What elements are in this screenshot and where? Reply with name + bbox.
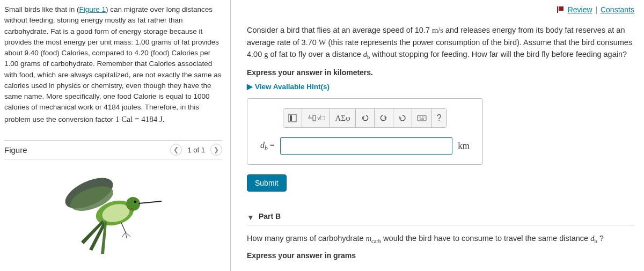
intro-paragraph: Small birds like that in (Figure 1) can … [4, 4, 222, 125]
top-links: Review | Constants [247, 5, 634, 14]
redo-icon [379, 114, 388, 122]
fraction-icon: xᵃ [307, 113, 317, 123]
svg-rect-14 [290, 115, 292, 121]
figure-title: Figure [4, 145, 27, 155]
svg-rect-19 [418, 115, 426, 121]
fraction-button[interactable]: xᵃ √□ [302, 109, 330, 127]
part-a-prompt: Consider a bird that flies at an average… [247, 24, 634, 62]
caret-down-icon: ▼ [247, 213, 254, 222]
caret-right-icon: ▶ [247, 82, 253, 91]
svg-line-6 [139, 201, 162, 203]
figure-prev-button[interactable]: ❮ [170, 144, 182, 156]
view-hints-toggle[interactable]: ▶ View Available Hint(s) [247, 82, 330, 91]
svg-line-7 [121, 223, 126, 232]
svg-point-22 [422, 116, 423, 118]
svg-point-21 [420, 116, 421, 118]
svg-rect-11 [557, 6, 558, 13]
answer-unit: km [458, 141, 470, 151]
flag-icon[interactable] [557, 6, 565, 14]
part-b-header[interactable]: ▼ Part B [247, 210, 634, 225]
figure-image [4, 169, 222, 257]
conversion-factor: 1 Cal = 4184 J. [115, 115, 164, 123]
review-link[interactable]: Review [568, 5, 592, 14]
svg-point-23 [423, 116, 425, 118]
redo-button[interactable] [375, 109, 393, 127]
undo-icon [361, 114, 369, 122]
svg-rect-12 [559, 6, 564, 11]
help-button[interactable]: ? [432, 109, 447, 127]
hummingbird-icon [52, 174, 175, 255]
template-icon [288, 114, 297, 122]
keyboard-button[interactable] [412, 109, 432, 127]
greek-button[interactable]: ΑΣφ [330, 109, 355, 127]
constants-link[interactable]: Constants [601, 5, 634, 14]
svg-rect-18 [313, 115, 316, 121]
answer-lhs: db = [260, 141, 275, 151]
templates-button[interactable] [283, 109, 302, 127]
figure-link[interactable]: Figure 1 [79, 5, 106, 13]
part-b-instruction: Express your answer in grams [247, 251, 634, 260]
context-panel: Small birds like that in (Figure 1) can … [0, 0, 231, 271]
svg-point-4 [126, 197, 140, 211]
svg-point-20 [419, 116, 420, 118]
svg-rect-24 [420, 119, 424, 120]
svg-point-5 [134, 201, 136, 203]
figure-section: Figure ❮ 1 of 1 ❯ [4, 140, 222, 257]
part-b-section: ▼ Part B How many grams of carbohydrate … [247, 210, 634, 260]
undo-button[interactable] [356, 109, 375, 127]
part-b-prompt: How many grams of carbohydrate mcarb wou… [247, 233, 634, 246]
part-a-instruction: Express your answer in kilometers. [247, 68, 634, 77]
keyboard-icon [417, 114, 427, 122]
question-panel: Review | Constants Consider a bird that … [231, 0, 644, 271]
submit-button[interactable]: Submit [247, 174, 287, 192]
answer-panel: xᵃ √□ ΑΣφ ? db [247, 98, 483, 165]
reset-button[interactable] [393, 109, 412, 127]
answer-input[interactable] [280, 137, 452, 155]
figure-counter: 1 of 1 [185, 146, 207, 154]
figure-nav: ❮ 1 of 1 ❯ [170, 144, 222, 156]
equation-toolbar: xᵃ √□ ΑΣφ ? [283, 108, 447, 128]
reset-icon [398, 114, 407, 122]
figure-next-button[interactable]: ❯ [210, 144, 222, 156]
svg-line-8 [122, 232, 126, 237]
